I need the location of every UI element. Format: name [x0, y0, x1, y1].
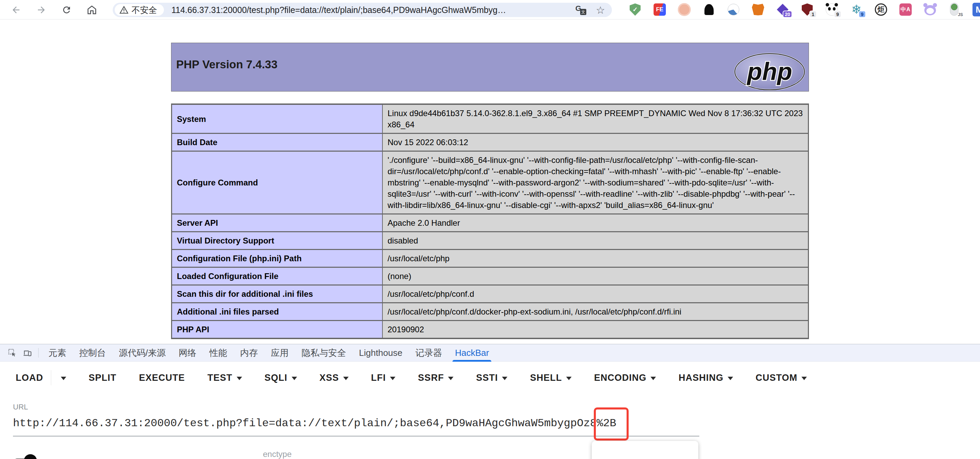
table-row: Scan this dir for additional .ini files … — [172, 285, 808, 302]
hackbar-url-field[interactable]: URL http://114.66.37.31:20000/test.php?f… — [13, 403, 699, 437]
load-dropdown-icon[interactable] — [61, 377, 66, 380]
php-logo-text: php — [746, 58, 792, 85]
extension-badge: 9 — [858, 11, 866, 18]
info-value: disabled — [383, 232, 808, 249]
extension-js-toggle-icon[interactable]: JS — [948, 3, 962, 16]
info-value: 20190902 — [383, 321, 808, 338]
extension-translate-pink-icon[interactable]: 中A — [899, 3, 912, 16]
chevron-down-icon — [566, 377, 572, 380]
extension-shield-check-icon[interactable]: ✓ — [628, 3, 642, 16]
table-row: Configuration File (php.ini) Path /usr/l… — [172, 250, 808, 267]
php-version-header: PHP Version 7.4.33 php — [171, 43, 809, 91]
load-button[interactable]: LOAD — [16, 373, 43, 383]
ssrf-menu-button[interactable]: SSRF — [418, 373, 453, 383]
post-data-toggle[interactable] — [14, 454, 42, 459]
extension-purple-spade-icon[interactable]: 20 — [776, 3, 789, 16]
chevron-down-icon — [292, 377, 297, 380]
execute-button[interactable]: EXECUTE — [139, 373, 185, 383]
info-value: Apache 2.0 Handler — [383, 215, 808, 231]
sqli-menu-button[interactable]: SQLI — [265, 373, 297, 383]
security-chip-label: 不安全 — [132, 5, 157, 16]
info-value: /usr/local/etc/php/conf.d — [383, 285, 808, 302]
devtools-panel: 元素 控制台 源代码/来源 网络 性能 内存 应用 隐私与安全 Lighthou… — [0, 344, 980, 459]
phpinfo-table: System Linux d9de44b61b37 5.14.0-362.8.1… — [171, 104, 809, 339]
shell-menu-button[interactable]: SHELL — [530, 373, 572, 383]
extension-kanji-icon[interactable]: 炬 — [874, 3, 888, 16]
security-chip[interactable]: 不安全 — [115, 4, 164, 16]
tab-sources[interactable]: 源代码/来源 — [112, 344, 172, 362]
test-menu-button[interactable]: TEST — [208, 373, 242, 383]
hackbar-panel: LOAD SPLIT EXECUTE TEST SQLI XSS LFI SSR… — [0, 368, 980, 437]
info-value: Nov 15 2022 06:03:12 — [383, 134, 808, 151]
info-label: Configuration File (php.ini) Path — [172, 250, 382, 267]
extension-fox-icon[interactable] — [751, 3, 765, 16]
reload-icon[interactable] — [61, 4, 72, 16]
extension-panda-icon[interactable]: 9 — [825, 3, 838, 16]
home-icon[interactable] — [86, 4, 98, 16]
chevron-down-icon — [237, 377, 242, 380]
devtools-tabbar: 元素 控制台 源代码/来源 网络 性能 内存 应用 隐私与安全 Lighthou… — [0, 344, 980, 362]
tab-console[interactable]: 控制台 — [73, 344, 112, 362]
page-title: PHP Version 7.4.33 — [176, 58, 278, 71]
table-row: Additional .ini files parsed /usr/local/… — [172, 303, 808, 320]
chevron-down-icon — [651, 377, 656, 380]
device-toolbar-icon[interactable] — [20, 346, 35, 360]
phpinfo-page: PHP Version 7.4.33 php System Linux d9de… — [0, 20, 980, 344]
extensions-row: ✓ FE 20 1 9 ❄ 9 炬 中A JS M — [628, 3, 980, 17]
extension-red-shield-icon[interactable]: 1 — [800, 3, 814, 16]
bookmark-star-icon[interactable]: ☆ — [596, 4, 605, 16]
table-row: Server API Apache 2.0 Handler — [172, 215, 808, 231]
divider — [51, 370, 51, 385]
forward-icon[interactable] — [35, 4, 47, 16]
warning-icon — [119, 6, 128, 14]
tab-hackbar[interactable]: HackBar — [448, 344, 495, 362]
hashing-menu-button[interactable]: HASHING — [678, 373, 733, 383]
extension-snowflake-icon[interactable]: ❄ 9 — [850, 3, 863, 16]
extension-m-icon[interactable]: M — [972, 3, 980, 16]
info-label: Server API — [172, 215, 382, 231]
tab-lighthouse[interactable]: Lighthouse — [352, 344, 409, 362]
extension-fe-icon[interactable]: FE — [653, 3, 667, 16]
inspect-element-icon[interactable] — [5, 346, 20, 360]
ssti-menu-button[interactable]: SSTI — [476, 373, 508, 383]
back-icon[interactable] — [10, 4, 22, 16]
table-row: Virtual Directory Support disabled — [172, 232, 808, 249]
table-row: PHP API 20190902 — [172, 321, 808, 338]
dropdown-card[interactable] — [592, 441, 698, 459]
extension-badge: 9 — [834, 11, 842, 18]
info-label: Additional .ini files parsed — [172, 303, 382, 320]
tab-performance[interactable]: 性能 — [203, 344, 234, 362]
custom-menu-button[interactable]: CUSTOM — [756, 373, 807, 383]
tab-network[interactable]: 网络 — [172, 344, 203, 362]
table-row: Configure Command './configure' '--build… — [172, 151, 808, 214]
info-label: Loaded Configuration File — [172, 268, 382, 284]
chevron-down-icon — [502, 377, 508, 380]
translate-icon[interactable]: G文 — [575, 5, 586, 15]
browser-window: 不安全 114.66.37.31:20000/test.php?file=dat… — [0, 0, 980, 459]
url-field-value[interactable]: http://114.66.37.31:20000/test.php?file=… — [13, 417, 699, 430]
enctype-label: enctype — [263, 449, 292, 459]
tab-recorder[interactable]: 记录器 — [409, 344, 448, 362]
encoding-menu-button[interactable]: ENCODING — [594, 373, 656, 383]
table-row: System Linux d9de44b61b37 5.14.0-362.8.1… — [172, 105, 808, 133]
chevron-down-icon — [343, 377, 348, 380]
url-text[interactable]: 114.66.37.31:20000/test.php?file=data://… — [172, 5, 571, 15]
tab-application[interactable]: 应用 — [264, 344, 295, 362]
tab-elements[interactable]: 元素 — [42, 344, 73, 362]
lfi-menu-button[interactable]: LFI — [371, 373, 396, 383]
tab-memory[interactable]: 内存 — [234, 344, 264, 362]
table-row: Loaded Configuration File (none) — [172, 268, 808, 284]
chevron-down-icon — [802, 377, 807, 380]
info-label: Configure Command — [172, 151, 382, 214]
extension-globe-icon[interactable] — [727, 3, 740, 16]
extension-peach-icon[interactable] — [678, 3, 691, 16]
xss-menu-button[interactable]: XSS — [320, 373, 348, 383]
extension-kuromi-icon[interactable] — [923, 3, 937, 16]
split-button[interactable]: SPLIT — [89, 373, 117, 383]
tab-privacy-security[interactable]: 隐私与安全 — [295, 344, 352, 362]
extension-penguin-icon[interactable] — [702, 3, 716, 16]
address-bar[interactable]: 不安全 114.66.37.31:20000/test.php?file=dat… — [113, 3, 612, 17]
browser-nav — [10, 0, 98, 19]
info-label: Virtual Directory Support — [172, 232, 382, 249]
info-value: /usr/local/etc/php/conf.d/docker-php-ext… — [383, 303, 808, 320]
